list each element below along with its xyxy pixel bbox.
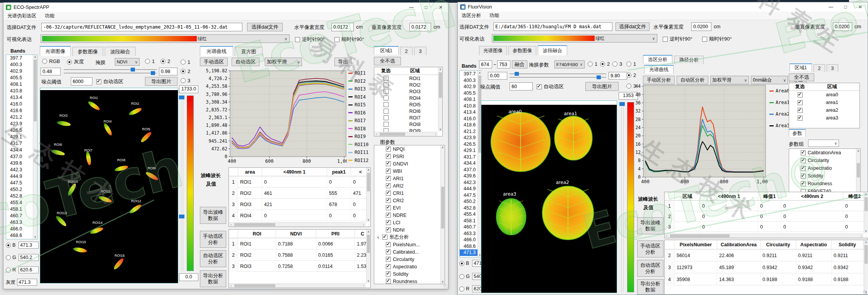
mask-option-2[interactable]: 2 [160,58,170,64]
check-table-row[interactable]: area1 [789,99,859,106]
table-cell[interactable]: 0 [758,211,781,222]
checklist-item[interactable]: Circularity [789,157,860,164]
row-checkbox[interactable] [384,82,389,87]
table-cell[interactable]: 0 [327,210,351,221]
item-checkbox[interactable] [801,181,806,186]
colorbar-handle-bottom[interactable] [179,215,184,218]
fusion-band-start-input[interactable] [479,60,492,68]
row-checkbox[interactable] [384,115,389,120]
tab-region-3[interactable]: 3 [414,47,426,55]
table-hscrollbar[interactable]: ‹› [665,234,863,238]
row-checkbox[interactable] [384,89,389,94]
table-cell[interactable]: 0.7188 [276,238,316,249]
checklist-item[interactable]: ARI1 [374,175,445,182]
table-cell[interactable]: 4 [665,273,675,285]
close-button[interactable]: ✕ [433,3,448,12]
export-analysis-button[interactable]: 导出分析 数据 [637,279,663,295]
row-checkbox[interactable] [798,108,803,113]
view-radio-2[interactable] [626,73,631,78]
auto-roi-checkbox[interactable] [537,84,542,89]
checklist-item[interactable]: CRI2 [374,197,445,204]
row-checkbox[interactable] [384,95,389,101]
item-checkbox[interactable] [382,235,387,240]
channel-r-radio[interactable] [459,286,464,292]
channel-g-radio[interactable] [6,255,11,260]
table-cell[interactable]: 0 [700,211,758,222]
colorbar-min-value[interactable]: 0.0 [179,273,198,281]
band-item[interactable]: 447.5 [6,180,37,186]
noise-threshold-input[interactable] [510,82,533,90]
band-item[interactable]: 423.9 [6,121,37,127]
item-checkbox[interactable] [386,198,391,203]
table-cell[interactable]: 0.9211 [832,249,863,261]
tab-parameter-image[interactable]: 参数图像 [508,46,536,55]
checklist-item[interactable]: Aspectratio [374,263,445,270]
table-cell[interactable]: 3 [229,199,238,210]
sample-image[interactable]: ROI1ROI2ROI3ROI4ROI5ROI6ROI7ROI8ROI9ROI1… [40,88,178,283]
titlebar[interactable]: ECO-SpectrAPP — □ ✕ [3,3,448,12]
row-checkbox[interactable] [384,122,389,127]
table-row[interactable]: 2ROI20.75880.01652.2339 [229,249,370,261]
check-table-row[interactable]: ROI8 [374,121,442,128]
band-item[interactable]: 463.3 [6,219,37,226]
item-checkbox[interactable] [386,227,391,232]
expander-icon[interactable]: ∨ [376,235,380,239]
checklist-item[interactable]: EVI [374,204,445,211]
vscrollbar[interactable]: ∧∨ [438,67,442,131]
table-cell[interactable]: 14.363 [717,273,761,285]
minimize-button[interactable]: — [824,2,838,12]
rotate-ccw-option[interactable]: 逆时针90° [663,36,692,43]
table-row[interactable]: 43590814.3630.91880.91880.9188 [665,273,868,285]
check-table-row[interactable]: ROI6 [374,108,442,114]
item-checkbox[interactable] [386,169,391,174]
table-row[interactable]: 3ROI34216780 [229,199,370,210]
auto-roi-option[interactable]: 自动选区 [537,83,564,90]
item-checkbox[interactable] [801,150,806,155]
check-table-row[interactable]: ROI5 [374,101,442,108]
channel-b-value[interactable]: 471.3 [19,242,39,249]
checklist-item[interactable]: CRI1 [374,189,445,197]
table-cell[interactable] [675,222,700,232]
table-cell[interactable]: 0 [262,210,327,221]
mask-radio-2[interactable] [160,59,165,64]
row-checkbox[interactable] [798,92,803,97]
table-cell[interactable]: ROI2 [238,188,262,199]
channel-b-radio[interactable] [459,261,464,266]
tab-roi-analysis[interactable]: 选区分析 [643,55,672,63]
auto-roi-option[interactable]: 自动选区 [96,78,123,85]
manual-roi-button[interactable]: 手动选区 [200,58,228,66]
table-cell[interactable]: 1 [229,238,238,249]
range-slider[interactable] [510,72,606,80]
sample-image[interactable]: area0area1area2area3 [481,101,617,293]
item-checkbox[interactable] [386,271,391,276]
table-cell[interactable]: 0 [781,201,843,211]
band-item[interactable]: 437.0 [6,153,37,160]
colormap-select[interactable]: 绿红 ∨ [41,34,290,43]
table-cell[interactable]: 1 [229,176,238,188]
rotate-cw-option[interactable]: 顺时针90° [702,36,732,43]
checklist-item[interactable]: ∨形态分析 [374,234,445,241]
checklist-item[interactable]: Roundness [374,278,445,284]
table-cell[interactable]: 0.0066 [316,238,355,249]
view-option-3[interactable]: 3 [181,78,190,84]
channel-r-value[interactable]: 620.6 [19,266,39,273]
v-pixel-width-input[interactable] [409,23,431,31]
table-vscrollbar[interactable]: ∧∨ [366,168,370,222]
mask-option-2[interactable]: 2 [600,61,610,67]
tab-band-fusion[interactable]: 波段融合 [538,45,567,55]
check-table-row[interactable]: ROI2 [374,82,442,88]
range-low-input[interactable] [488,72,507,80]
table-vscrollbar[interactable]: ∧∨ [864,192,868,233]
table-cell[interactable]: 0 [327,176,351,188]
table-cell[interactable]: 2 [665,249,675,261]
item-checkbox[interactable] [801,174,806,179]
tab-region-2[interactable]: 2 [400,47,413,55]
auto-analysis-button[interactable]: 自动选区 分析 [637,260,663,277]
export-analysis-button[interactable]: 导出分析 数据 [200,270,226,287]
view-option-1[interactable]: 1 [181,59,190,65]
table-row[interactable]: 3ROI30.72580.01141.5342 [229,261,370,272]
band-item[interactable]: 434.4 [6,147,37,153]
h-pixel-width-input[interactable] [331,23,354,31]
channel-b-radio[interactable] [6,243,11,248]
rotate-cw-option[interactable]: 顺时针90° [334,36,364,43]
